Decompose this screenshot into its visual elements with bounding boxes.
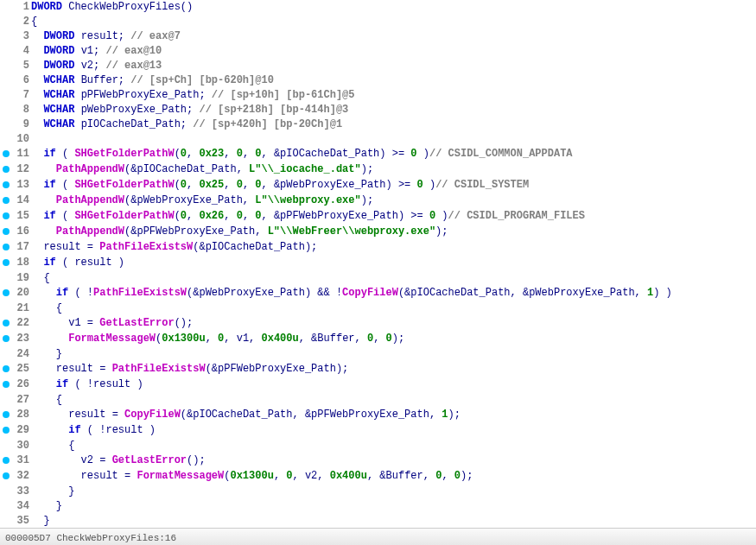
code-line[interactable]: 1DWORD CheckWebProxyFiles() <box>0 0 756 15</box>
code-content[interactable]: if ( !PathFileExistsW(&pWebProxyExe_Path… <box>31 286 756 301</box>
breakpoint-gutter[interactable] <box>0 347 12 362</box>
code-line[interactable]: 35 } <box>0 514 756 528</box>
breakpoint-gutter[interactable] <box>0 485 12 499</box>
breakpoint-gutter[interactable] <box>0 29 12 44</box>
code-editor[interactable]: 1DWORD CheckWebProxyFiles()2{3 DWORD res… <box>0 0 756 528</box>
code-line[interactable]: 19 { <box>0 271 756 286</box>
code-content[interactable]: WCHAR pIOCacheDat_Path; // [sp+420h] [bp… <box>31 117 756 132</box>
code-line[interactable]: 28 result = CopyFileW(&pIOCacheDat_Path,… <box>0 408 756 423</box>
code-line[interactable]: 13 if ( SHGetFolderPathW(0, 0x25, 0, 0, … <box>0 178 756 193</box>
breakpoint-gutter[interactable] <box>0 499 12 514</box>
breakpoint-gutter[interactable] <box>0 88 12 103</box>
code-content[interactable]: DWORD result; // eax@7 <box>31 29 756 44</box>
code-content[interactable]: if ( !result ) <box>31 423 756 439</box>
code-content[interactable]: if ( !result ) <box>31 377 756 393</box>
code-content[interactable]: PathAppendW(&pWebProxyExe_Path, L"\\webp… <box>31 193 756 209</box>
breakpoint-gutter[interactable] <box>0 439 12 453</box>
code-content[interactable]: PathAppendW(&pIOCacheDat_Path, L"\\_ioca… <box>31 162 756 178</box>
code-content[interactable]: result = PathFileExistsW(&pIOCacheDat_Pa… <box>31 240 756 256</box>
code-line[interactable]: 2{ <box>0 15 756 29</box>
code-line[interactable]: 32 result = FormatMessageW(0x1300u, 0, v… <box>0 469 756 485</box>
breakpoint-gutter[interactable] <box>0 301 12 316</box>
breakpoint-gutter[interactable] <box>0 453 12 469</box>
breakpoint-gutter[interactable] <box>0 209 12 225</box>
code-content[interactable]: { <box>31 15 756 29</box>
code-content[interactable]: if ( SHGetFolderPathW(0, 0x25, 0, 0, &pW… <box>31 178 756 193</box>
breakpoint-gutter[interactable] <box>0 59 12 73</box>
code-line[interactable]: 11 if ( SHGetFolderPathW(0, 0x23, 0, 0, … <box>0 147 756 162</box>
code-content[interactable]: if ( result ) <box>31 256 756 271</box>
code-line[interactable]: 33 } <box>0 485 756 499</box>
breakpoint-gutter[interactable] <box>0 408 12 423</box>
code-line[interactable]: 15 if ( SHGetFolderPathW(0, 0x26, 0, 0, … <box>0 209 756 225</box>
code-line[interactable]: 17 result = PathFileExistsW(&pIOCacheDat… <box>0 240 756 256</box>
code-content[interactable]: result = PathFileExistsW(&pPFWebProxyExe… <box>31 362 756 377</box>
code-line[interactable]: 16 PathAppendW(&pPFWebProxyExe_Path, L"\… <box>0 225 756 240</box>
code-line[interactable]: 24 } <box>0 347 756 362</box>
code-content[interactable]: WCHAR pWebProxyExe_Path; // [sp+218h] [b… <box>31 103 756 117</box>
code-line[interactable]: 23 FormatMessageW(0x1300u, 0, v1, 0x400u… <box>0 332 756 347</box>
code-content[interactable]: PathAppendW(&pPFWebProxyExe_Path, L"\\We… <box>31 225 756 240</box>
code-line[interactable]: 3 DWORD result; // eax@7 <box>0 29 756 44</box>
code-line[interactable]: 10 <box>0 132 756 147</box>
code-line[interactable]: 4 DWORD v1; // eax@10 <box>0 44 756 59</box>
code-content[interactable]: FormatMessageW(0x1300u, 0, v1, 0x400u, &… <box>31 332 756 347</box>
code-content[interactable]: DWORD CheckWebProxyFiles() <box>31 0 756 15</box>
code-line[interactable]: 20 if ( !PathFileExistsW(&pWebProxyExe_P… <box>0 286 756 301</box>
breakpoint-gutter[interactable] <box>0 469 12 485</box>
code-content[interactable]: { <box>31 301 756 316</box>
breakpoint-gutter[interactable] <box>0 271 12 286</box>
code-content[interactable]: WCHAR pPFWebProxyExe_Path; // [sp+10h] [… <box>31 88 756 103</box>
breakpoint-gutter[interactable] <box>0 514 12 528</box>
breakpoint-gutter[interactable] <box>0 240 12 256</box>
code-content[interactable]: result = CopyFileW(&pIOCacheDat_Path, &p… <box>31 408 756 423</box>
code-line[interactable]: 12 PathAppendW(&pIOCacheDat_Path, L"\\_i… <box>0 162 756 178</box>
code-content[interactable]: } <box>31 514 756 528</box>
code-content[interactable]: WCHAR Buffer; // [sp+Ch] [bp-620h]@10 <box>31 73 756 88</box>
code-line[interactable]: 22 v1 = GetLastError(); <box>0 316 756 332</box>
breakpoint-gutter[interactable] <box>0 162 12 178</box>
code-content[interactable]: } <box>31 499 756 514</box>
code-content[interactable]: v1 = GetLastError(); <box>31 316 756 332</box>
code-line[interactable]: 34 } <box>0 499 756 514</box>
breakpoint-gutter[interactable] <box>0 117 12 132</box>
breakpoint-gutter[interactable] <box>0 256 12 271</box>
code-content[interactable]: } <box>31 485 756 499</box>
code-content[interactable]: if ( SHGetFolderPathW(0, 0x23, 0, 0, &pI… <box>31 147 756 162</box>
breakpoint-gutter[interactable] <box>0 362 12 377</box>
code-line[interactable]: 5 DWORD v2; // eax@13 <box>0 59 756 73</box>
breakpoint-gutter[interactable] <box>0 377 12 393</box>
code-line[interactable]: 9 WCHAR pIOCacheDat_Path; // [sp+420h] [… <box>0 117 756 132</box>
breakpoint-gutter[interactable] <box>0 225 12 240</box>
code-line[interactable]: 21 { <box>0 301 756 316</box>
code-content[interactable]: if ( SHGetFolderPathW(0, 0x26, 0, 0, &pP… <box>31 209 756 225</box>
code-content[interactable]: { <box>31 393 756 408</box>
breakpoint-gutter[interactable] <box>0 393 12 408</box>
breakpoint-gutter[interactable] <box>0 44 12 59</box>
code-content[interactable]: } <box>31 347 756 362</box>
code-line[interactable]: 29 if ( !result ) <box>0 423 756 439</box>
breakpoint-gutter[interactable] <box>0 332 12 347</box>
code-line[interactable]: 14 PathAppendW(&pWebProxyExe_Path, L"\\w… <box>0 193 756 209</box>
code-line[interactable]: 6 WCHAR Buffer; // [sp+Ch] [bp-620h]@10 <box>0 73 756 88</box>
code-content[interactable]: result = FormatMessageW(0x1300u, 0, v2, … <box>31 469 756 485</box>
breakpoint-gutter[interactable] <box>0 0 12 15</box>
breakpoint-gutter[interactable] <box>0 73 12 88</box>
code-line[interactable]: 27 { <box>0 393 756 408</box>
code-line[interactable]: 8 WCHAR pWebProxyExe_Path; // [sp+218h] … <box>0 103 756 117</box>
code-line[interactable]: 7 WCHAR pPFWebProxyExe_Path; // [sp+10h]… <box>0 88 756 103</box>
code-line[interactable]: 18 if ( result ) <box>0 256 756 271</box>
code-line[interactable]: 25 result = PathFileExistsW(&pPFWebProxy… <box>0 362 756 377</box>
breakpoint-gutter[interactable] <box>0 178 12 193</box>
breakpoint-gutter[interactable] <box>0 423 12 439</box>
code-content[interactable]: { <box>31 439 756 453</box>
breakpoint-gutter[interactable] <box>0 15 12 29</box>
breakpoint-gutter[interactable] <box>0 147 12 162</box>
code-line[interactable]: 30 { <box>0 439 756 453</box>
breakpoint-gutter[interactable] <box>0 103 12 117</box>
code-content[interactable]: DWORD v2; // eax@13 <box>31 59 756 73</box>
code-content[interactable]: v2 = GetLastError(); <box>31 453 756 469</box>
breakpoint-gutter[interactable] <box>0 286 12 301</box>
breakpoint-gutter[interactable] <box>0 193 12 209</box>
code-line[interactable]: 26 if ( !result ) <box>0 377 756 393</box>
